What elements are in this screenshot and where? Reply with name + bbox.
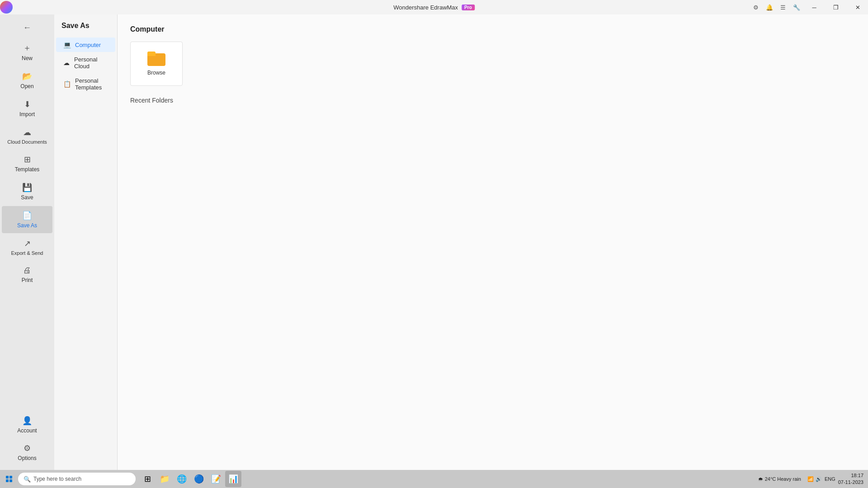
taskbar-app-edge[interactable]: 🌐 [174,471,190,487]
sidebar-item-new[interactable]: ＋ New [2,38,52,66]
sidebar-item-cloud-documents[interactable]: ☁ Cloud Documents [2,123,52,149]
windows-icon [6,476,12,482]
folder-icon [147,52,165,66]
settings-icon[interactable]: ⚙ [750,1,762,14]
browse-card[interactable]: Browse [130,42,183,86]
new-icon: ＋ [23,42,31,53]
language-indicator: ENG [825,476,835,482]
sidebar-item-options[interactable]: ⚙ Options [2,439,52,466]
search-placeholder: Type here to search [33,476,81,482]
taskbar-system-icons: 📶 🔊 [807,476,822,482]
sidebar-item-account[interactable]: 👤 Account [2,411,52,438]
sidebar-item-cloud-label: Cloud Documents [7,139,47,145]
middle-panel-item-computer[interactable]: 💻 Computer [56,38,115,52]
export-icon: ↗ [24,239,31,249]
middle-panel: Save As 💻 Computer ☁ Personal Cloud 📋 Pe… [54,14,118,470]
recent-folders-title: Recent Folders [130,97,855,104]
network-icon[interactable]: 📶 [807,476,814,482]
sidebar-item-account-label: Account [17,427,37,434]
content-title: Computer [130,25,855,33]
titlebar: Wondershare EdrawMax Pro ⚙ 🔔 ☰ 🔧 ─ ❐ ✕ [0,0,868,14]
sidebar-item-save-label: Save [21,194,33,201]
sidebar-item-templates-label: Templates [15,166,40,173]
templates-icon: ⊞ [24,155,31,164]
weather-text: 24°C Heavy rain [765,476,801,482]
sidebar-item-options-label: Options [18,455,36,461]
sidebar-item-save-as[interactable]: 📄 Save As [2,206,52,233]
minimize-button[interactable]: ─ [804,0,825,14]
left-sidebar: ← ＋ New 📂 Open ⬇ Import ☁ Cloud Document… [0,14,54,470]
taskbar-app-files[interactable]: 📁 [156,471,173,487]
middle-panel-templates-label: Personal Templates [75,77,108,91]
save-icon: 💾 [22,183,32,192]
sidebar-item-save[interactable]: 💾 Save [2,178,52,205]
volume-icon[interactable]: 🔊 [816,476,822,482]
main-container: ← ＋ New 📂 Open ⬇ Import ☁ Cloud Document… [0,14,868,470]
taskbar-app-word[interactable]: 📝 [208,471,224,487]
titlebar-right: ⚙ 🔔 ☰ 🔧 ─ ❐ ✕ [750,0,868,14]
sidebar-item-open-label: Open [20,83,33,89]
computer-icon: 💻 [63,41,71,48]
toolbar-icon[interactable]: 🔧 [790,1,803,14]
back-icon: ← [23,23,31,33]
middle-panel-item-personal-cloud[interactable]: ☁ Personal Cloud [56,52,115,73]
start-button[interactable] [0,470,18,488]
options-icon: ⚙ [24,443,31,453]
sidebar-item-print-label: Print [22,277,33,283]
middle-panel-title: Save As [54,22,117,37]
app-title: Wondershare EdrawMax [393,4,458,11]
taskbar-app-edrawmax[interactable]: 📊 [225,471,241,487]
middle-panel-computer-label: Computer [75,42,101,48]
taskbar-app-chrome[interactable]: 🔵 [191,471,207,487]
cloud-icon: ☁ [23,127,31,137]
taskbar-right: 🌧 24°C Heavy rain 📶 🔊 ENG 18:17 07-11-20… [755,472,868,486]
titlebar-left-icons [0,1,16,14]
taskbar-apps: ⊞ 📁 🌐 🔵 📝 📊 [139,471,241,487]
clock-time: 18:17 [838,472,863,479]
pro-badge: Pro [462,5,475,10]
user-avatar [0,1,13,14]
titlebar-center: Wondershare EdrawMax Pro [393,4,475,11]
taskbar-search-box[interactable]: 🔍 Type here to search [18,473,136,485]
sidebar-item-new-label: New [22,55,33,61]
print-icon: 🖨 [23,266,31,275]
sidebar-item-print[interactable]: 🖨 Print [2,261,52,288]
import-icon: ⬇ [24,99,31,109]
menu-icon[interactable]: ☰ [777,1,789,14]
middle-panel-cloud-label: Personal Cloud [74,56,108,70]
open-icon: 📂 [22,71,32,81]
sidebar-item-templates[interactable]: ⊞ Templates [2,150,52,177]
weather-widget[interactable]: 🌧 24°C Heavy rain [755,475,805,483]
sidebar-item-import-label: Import [19,111,35,117]
sidebar-item-import[interactable]: ⬇ Import [2,95,52,122]
sidebar-item-export-send[interactable]: ↗ Export & Send [2,234,52,260]
bell-icon[interactable]: 🔔 [763,1,776,14]
clock-date: 07-11-2023 [838,479,863,486]
taskbar-app-widgets[interactable]: ⊞ [139,471,156,487]
save-as-icon: 📄 [22,211,32,221]
taskbar: 🔍 Type here to search ⊞ 📁 🌐 🔵 📝 📊 🌧 24°C… [0,470,868,488]
personal-templates-icon: 📋 [63,80,71,88]
search-icon: 🔍 [24,476,31,483]
sidebar-item-open[interactable]: 📂 Open [2,67,52,94]
personal-cloud-icon: ☁ [63,59,70,66]
account-icon: 👤 [22,416,32,426]
sidebar-item-save-as-label: Save As [17,222,37,229]
restore-button[interactable]: ❐ [826,0,846,14]
close-button[interactable]: ✕ [847,0,868,14]
content-area: Computer Browse Recent Folders [118,14,868,470]
weather-icon: 🌧 [758,476,763,482]
browse-label: Browse [147,70,165,76]
system-clock[interactable]: 18:17 07-11-2023 [838,472,863,486]
sidebar-item-back[interactable]: ← [2,19,52,37]
middle-panel-item-personal-templates[interactable]: 📋 Personal Templates [56,74,115,94]
sidebar-item-export-label: Export & Send [11,250,43,256]
